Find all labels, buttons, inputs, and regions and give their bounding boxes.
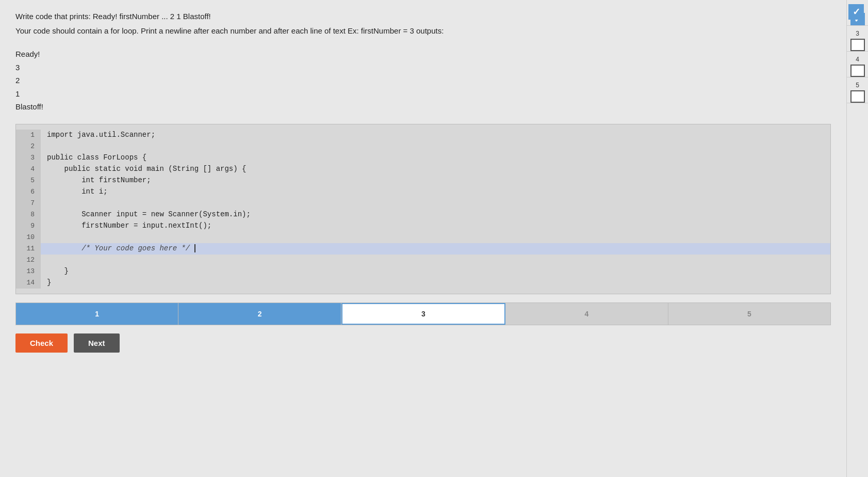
sidebar-num-label: 4 [856, 56, 859, 63]
line-content: } [41, 266, 69, 276]
content-area: Write code that prints: Ready! firstNumb… [0, 0, 846, 477]
line-content: } [41, 277, 51, 288]
code-line: 6 int i; [16, 186, 830, 198]
code-line: 8 Scanner input = new Scanner(System.in)… [16, 209, 830, 220]
line-number: 5 [16, 175, 41, 186]
code-line: 3public class ForLoops { [16, 152, 830, 164]
top-check: ✓ [848, 4, 864, 20]
line-number: 1 [16, 130, 41, 141]
sidebar-item-4[interactable]: 4 [847, 52, 869, 77]
output-line-2: 3 [15, 61, 831, 74]
code-line[interactable]: 11 /* Your code goes here */ [16, 243, 830, 255]
line-content: Scanner input = new Scanner(System.in); [41, 209, 251, 219]
code-line: 5 int firstNumber; [16, 175, 830, 186]
line-content: firstNumber = input.nextInt(); [41, 220, 211, 231]
output-line-1: Ready! [15, 47, 831, 61]
code-line: 13 } [16, 266, 830, 277]
line-content: /* Your code goes here */ [41, 243, 195, 253]
line-number: 9 [16, 220, 41, 232]
sidebar-item-5[interactable]: 5 [847, 77, 869, 103]
line-content: int firstNumber; [41, 175, 151, 185]
main-container: Write code that prints: Ready! firstNumb… [0, 0, 868, 477]
output-line-3: 2 [15, 74, 831, 87]
expected-output: Ready! 3 2 1 Blastoff! [15, 47, 831, 114]
instruction-line1: Write code that prints: Ready! firstNumb… [15, 10, 831, 23]
line-number: 10 [16, 232, 41, 243]
button-row: Check Next [15, 333, 831, 353]
code-editor[interactable]: 1import java.util.Scanner;23public class… [15, 124, 831, 294]
progress-segment[interactable]: 3 [341, 303, 505, 325]
code-line: 7 [16, 198, 830, 209]
sidebar-checkbox[interactable] [850, 90, 865, 103]
line-number: 8 [16, 209, 41, 220]
progress-segment[interactable]: 1 [16, 303, 178, 325]
check-button[interactable]: Check [15, 333, 68, 353]
line-content: import java.util.Scanner; [41, 130, 155, 140]
text-cursor [194, 244, 195, 252]
next-button[interactable]: Next [74, 333, 120, 353]
sidebar-checkbox[interactable] [850, 39, 865, 51]
sidebar-num-label: 3 [856, 30, 859, 37]
progress-segment[interactable]: 4 [505, 303, 668, 325]
code-line: 12 [16, 255, 830, 266]
progress-segment[interactable]: 2 [178, 303, 341, 325]
code-line: 4 public static void main (String [] arg… [16, 164, 830, 175]
line-content: public static void main (String [] args)… [41, 164, 246, 174]
code-line: 14} [16, 277, 830, 289]
line-number: 6 [16, 186, 41, 198]
instructions: Write code that prints: Ready! firstNumb… [15, 10, 831, 37]
code-line: 9 firstNumber = input.nextInt(); [16, 220, 830, 232]
progress-bar: 12345 [15, 303, 831, 325]
line-content: int i; [41, 186, 108, 197]
output-line-4: 1 [15, 87, 831, 101]
sidebar-num-label: 5 [856, 82, 859, 89]
right-sidebar: 2345 [846, 0, 868, 477]
line-number: 7 [16, 198, 41, 209]
line-number: 14 [16, 277, 41, 289]
line-number: 11 [16, 243, 41, 255]
line-number: 3 [16, 152, 41, 164]
code-line: 1import java.util.Scanner; [16, 130, 830, 141]
code-line: 2 [16, 141, 830, 152]
sidebar-item-3[interactable]: 3 [847, 26, 869, 52]
instruction-line2: Your code should contain a for loop. Pri… [15, 25, 831, 37]
progress-segment[interactable]: 5 [668, 303, 830, 325]
line-number: 13 [16, 266, 41, 277]
line-number: 12 [16, 255, 41, 266]
line-content: public class ForLoops { [41, 152, 146, 163]
line-number: 4 [16, 164, 41, 175]
output-line-5: Blastoff! [15, 100, 831, 114]
code-line: 10 [16, 232, 830, 243]
sidebar-checkbox[interactable] [850, 65, 865, 77]
line-number: 2 [16, 141, 41, 152]
